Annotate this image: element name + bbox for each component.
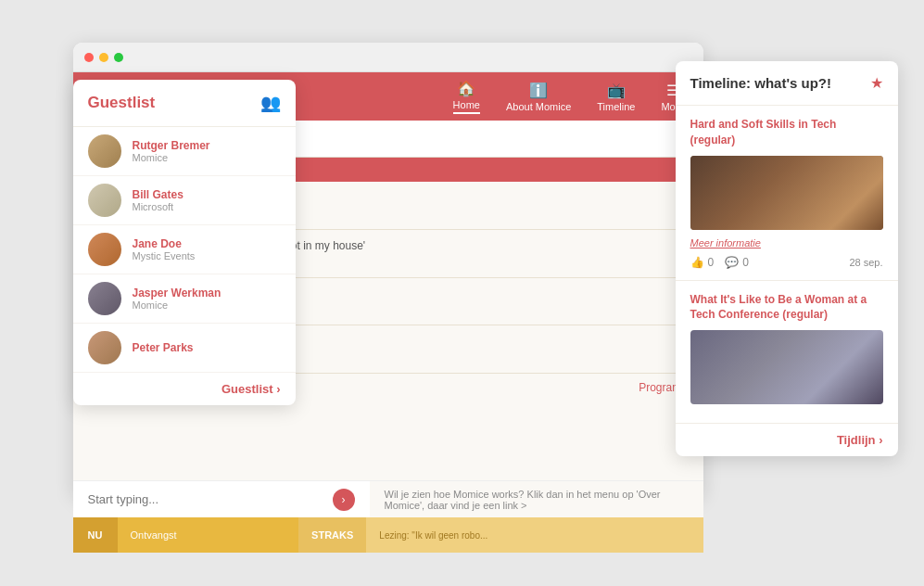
guest-item[interactable]: Jasper Werkman Momice [73, 274, 296, 324]
people-icon: 👥 [260, 93, 281, 113]
article-image [690, 330, 883, 404]
timeline-footer-link[interactable]: Tijdlijn › [676, 424, 898, 456]
guest-item[interactable]: Bill Gates Microsoft [73, 176, 296, 225]
guest-item[interactable]: Peter Parks [73, 324, 296, 373]
timeline-article: What It's Like to Be a Woman at a Tech C… [676, 281, 898, 425]
meer-info-link[interactable]: Meer informatie [690, 237, 883, 248]
nav-about-label: About Momice [506, 101, 571, 112]
likes-action[interactable]: 👍 0 [690, 256, 715, 269]
home-icon: 🏠 [457, 80, 475, 97]
timeline-actions: 👍 0 💬 0 28 sep. [690, 256, 883, 269]
timeline-title: Timeline: what's up?! [690, 75, 863, 91]
guest-name: Bill Gates [133, 188, 184, 201]
avatar [88, 233, 121, 266]
bottom-straks: STRAKS [298, 517, 366, 553]
nav-timeline[interactable]: 📺 Timeline [597, 82, 635, 112]
guest-info: Bill Gates Microsoft [133, 188, 184, 212]
ticker-text: Wil je zien hoe Momice works? Klik dan i… [385, 489, 689, 511]
guest-org: Microsoft [133, 201, 184, 212]
comment-icon: 💬 [725, 256, 739, 269]
guestlist-panel: Guestlist 👥 Rutger Bremer Momice Bill Ga… [73, 80, 296, 405]
thumb-icon: 👍 [690, 256, 704, 269]
guest-info: Jasper Werkman Momice [133, 287, 222, 311]
close-button[interactable] [84, 53, 94, 62]
guest-name: Peter Parks [133, 341, 194, 354]
avatar [88, 134, 121, 168]
guest-org: Mystic Events [133, 250, 196, 261]
guestlist-header: Guestlist 👥 [73, 80, 296, 127]
timeline-panel: Timeline: what's up?! ★ Hard and Soft Sk… [676, 61, 898, 456]
avatar [88, 331, 121, 364]
minimize-button[interactable] [99, 53, 108, 62]
guest-item[interactable]: Jane Doe Mystic Events [73, 225, 296, 274]
timeline-article: Hard and Soft Skills in Tech (regular) M… [676, 106, 898, 281]
guest-name: Rutger Bremer [133, 139, 210, 152]
ticker-bar: Wil je zien hoe Momice works? Klik dan i… [370, 480, 703, 517]
search-input[interactable] [88, 492, 323, 506]
guestlist-title: Guestlist [88, 94, 251, 112]
likes-count: 0 [708, 256, 715, 269]
bottom-nu: NU [73, 517, 118, 553]
guest-name: Jasper Werkman [133, 287, 222, 299]
guest-info: Rutger Bremer Momice [133, 139, 210, 163]
avatar [88, 184, 121, 217]
nav-timeline-label: Timeline [597, 101, 635, 112]
maximize-button[interactable] [114, 53, 123, 62]
timeline-header: Timeline: what's up?! ★ [676, 61, 898, 106]
guestlist-footer-link[interactable]: Guestlist › [73, 373, 296, 405]
article-title: What It's Like to Be a Woman at a Tech C… [690, 292, 883, 324]
tv-icon: 📺 [607, 82, 626, 99]
nav-home[interactable]: 🏠 Home [453, 80, 480, 114]
nav-home-label: Home [453, 99, 480, 110]
guest-info: Jane Doe Mystic Events [133, 237, 196, 261]
bottom-ontvangst: Ontvangst [118, 517, 299, 553]
info-icon: ℹ️ [529, 82, 548, 99]
comments-action[interactable]: 💬 0 [725, 256, 749, 269]
search-submit[interactable]: › [333, 489, 355, 511]
guest-org: Momice [133, 299, 222, 311]
bottom-lezing: Lezing: "Ik wil geen robo... [366, 517, 702, 553]
star-icon: ★ [870, 74, 883, 92]
comments-count: 0 [742, 256, 749, 269]
guest-info: Peter Parks [133, 341, 194, 354]
nav-about[interactable]: ℹ️ About Momice [506, 82, 571, 112]
guest-item[interactable]: Rutger Bremer Momice [73, 127, 296, 176]
article-title: Hard and Soft Skills in Tech (regular) [690, 117, 883, 148]
browser-titlebar [73, 43, 703, 72]
article-date: 28 sep. [849, 257, 882, 268]
article-image [690, 156, 883, 230]
guest-name: Jane Doe [133, 237, 196, 250]
guest-org: Momice [133, 152, 210, 163]
bottom-bar: NU Ontvangst STRAKS Lezing: "Ik wil geen… [73, 517, 703, 553]
search-bar: › [73, 480, 370, 517]
avatar [88, 282, 121, 315]
